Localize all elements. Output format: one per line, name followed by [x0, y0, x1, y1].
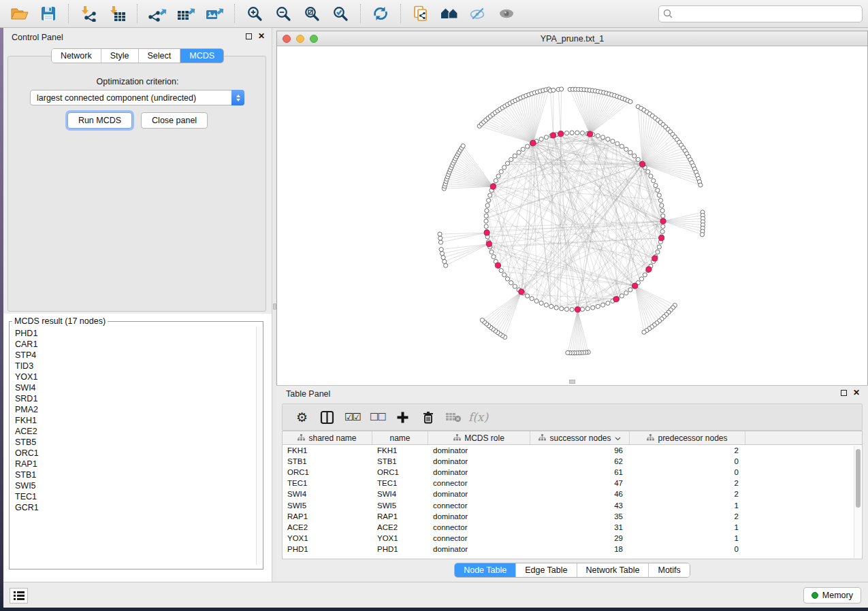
cell-shared-name[interactable]: PHD1 — [283, 545, 372, 553]
sort-chevron-icon[interactable] — [615, 433, 621, 443]
close-panel-icon[interactable]: ✕ — [258, 33, 265, 39]
table-row[interactable]: YOX1YOX1connector291 — [283, 533, 862, 544]
cell-MCDS-role[interactable]: dominator — [428, 490, 530, 498]
cell-name[interactable]: STB1 — [372, 457, 428, 465]
cell-shared-name[interactable]: ORC1 — [283, 468, 372, 476]
cell-name[interactable]: PHD1 — [372, 545, 428, 553]
column-header-name[interactable]: name — [372, 431, 428, 444]
cell-predecessor-nodes[interactable]: 0 — [630, 468, 745, 476]
optimization-criterion-dropdown[interactable]: largest connected component (undirected) — [30, 90, 244, 105]
hide-selected-icon[interactable] — [464, 3, 492, 24]
mcds-result-item[interactable]: TID3 — [15, 361, 256, 371]
search-input[interactable] — [658, 5, 863, 22]
cell-successor-nodes[interactable]: 46 — [530, 490, 630, 498]
cell-shared-name[interactable]: SWI5 — [283, 501, 372, 510]
add-column-icon[interactable] — [390, 407, 415, 427]
network-graph[interactable] — [277, 46, 867, 384]
mcds-result-item[interactable]: SRD1 — [15, 393, 256, 404]
table-row[interactable]: ORC1ORC1dominator610 — [283, 467, 862, 478]
mcds-result-item[interactable]: STP4 — [15, 350, 256, 361]
cell-name[interactable]: SWI5 — [372, 501, 428, 510]
table-row[interactable]: FKH1FKH1dominator962 — [283, 445, 862, 456]
columns-icon[interactable] — [315, 407, 340, 427]
task-history-button[interactable] — [10, 588, 28, 604]
cell-successor-nodes[interactable]: 62 — [530, 457, 630, 465]
cell-MCDS-role[interactable]: dominator — [428, 545, 530, 553]
mcds-result-item[interactable]: PHD1 — [15, 328, 256, 339]
cell-successor-nodes[interactable]: 18 — [530, 545, 630, 553]
delete-column-icon[interactable] — [415, 407, 440, 427]
table-row[interactable]: SWI4SWI4dominator462 — [283, 489, 862, 499]
first-neighbors-icon[interactable] — [435, 3, 464, 24]
cell-predecessor-nodes[interactable]: 2 — [630, 490, 745, 498]
float-table-panel-icon[interactable] — [841, 390, 847, 396]
tab-motifs[interactable]: Motifs — [649, 563, 689, 577]
zoom-selected-icon[interactable] — [326, 3, 355, 24]
cell-MCDS-role[interactable]: dominator — [428, 512, 530, 521]
tab-network[interactable]: Network — [52, 49, 101, 63]
cell-successor-nodes[interactable]: 31 — [530, 523, 630, 531]
copy-network-view-icon[interactable] — [406, 3, 435, 24]
cell-MCDS-role[interactable]: connector — [428, 479, 530, 487]
mcds-result-item[interactable]: RAP1 — [15, 459, 256, 469]
memory-button[interactable]: Memory — [803, 587, 861, 604]
open-file-icon[interactable] — [5, 3, 34, 24]
cell-successor-nodes[interactable]: 96 — [530, 446, 630, 455]
cell-successor-nodes[interactable]: 61 — [530, 468, 630, 476]
column-header-predecessor-nodes[interactable]: predecessor nodes — [630, 431, 745, 444]
cell-MCDS-role[interactable]: connector — [428, 501, 530, 510]
mcds-result-list[interactable]: PHD1CAR1STP4TID3YOX1SWI4SRD1PMA2FKH1ACE2… — [10, 327, 256, 565]
zoom-out-icon[interactable] — [269, 3, 298, 24]
cell-predecessor-nodes[interactable]: 0 — [630, 457, 745, 465]
cell-shared-name[interactable]: ACE2 — [283, 523, 372, 531]
mcds-result-item[interactable]: SWI5 — [15, 480, 256, 491]
table-row[interactable]: STB1STB1dominator620 — [283, 456, 862, 467]
tab-edge-table[interactable]: Edge Table — [516, 563, 577, 577]
mcds-result-item[interactable]: ORC1 — [15, 448, 256, 459]
cell-shared-name[interactable]: FKH1 — [283, 446, 372, 455]
mcds-result-item[interactable]: STB5 — [15, 437, 256, 448]
mcds-result-item[interactable]: TEC1 — [15, 491, 256, 502]
cell-name[interactable]: ORC1 — [372, 468, 428, 476]
tab-network-table[interactable]: Network Table — [577, 563, 649, 577]
cell-MCDS-role[interactable]: connector — [428, 534, 530, 542]
cell-successor-nodes[interactable]: 47 — [530, 479, 630, 487]
deselect-all-icon[interactable]: ☐☐ — [365, 407, 390, 427]
mcds-result-item[interactable]: CAR1 — [15, 339, 256, 350]
cell-name[interactable]: YOX1 — [372, 534, 428, 542]
apply-layout-icon[interactable] — [366, 3, 395, 24]
import-network-icon[interactable] — [74, 3, 103, 24]
float-panel-icon[interactable] — [246, 33, 252, 39]
cell-shared-name[interactable]: STB1 — [283, 457, 372, 465]
cell-shared-name[interactable]: RAP1 — [283, 512, 372, 521]
select-all-icon[interactable]: ☑☑ — [340, 407, 365, 427]
column-header-shared-name[interactable]: shared name — [283, 431, 372, 444]
table-row[interactable]: PHD1PHD1dominator180 — [283, 544, 862, 555]
mcds-result-item[interactable]: STB1 — [15, 469, 256, 480]
cell-predecessor-nodes[interactable]: 1 — [630, 534, 745, 542]
splitter-handle[interactable] — [273, 303, 276, 310]
cell-name[interactable]: FKH1 — [372, 446, 428, 455]
table-scrollbar[interactable] — [854, 446, 861, 558]
cell-name[interactable]: ACE2 — [372, 523, 428, 531]
zoom-in-icon[interactable] — [240, 3, 269, 24]
table-row[interactable]: TEC1TEC1connector472 — [283, 478, 862, 489]
mcds-result-item[interactable]: ACE2 — [15, 426, 256, 437]
cell-name[interactable]: RAP1 — [372, 512, 428, 521]
mcds-result-item[interactable]: PMA2 — [15, 404, 256, 415]
cell-successor-nodes[interactable]: 35 — [530, 512, 630, 521]
mcds-result-item[interactable]: GCR1 — [15, 502, 256, 513]
import-table-icon[interactable] — [103, 3, 131, 24]
close-panel-button[interactable]: Close panel — [141, 112, 208, 129]
cell-predecessor-nodes[interactable]: 2 — [630, 512, 745, 521]
run-mcds-button[interactable]: Run MCDS — [67, 112, 132, 129]
cell-predecessor-nodes[interactable]: 1 — [630, 501, 745, 510]
cell-predecessor-nodes[interactable]: 2 — [630, 446, 745, 455]
cell-MCDS-role[interactable]: dominator — [428, 468, 530, 476]
mcds-result-item[interactable]: FKH1 — [15, 415, 256, 426]
export-table-icon[interactable] — [172, 3, 200, 24]
export-image-icon[interactable] — [200, 3, 229, 24]
settings-icon[interactable]: ⚙ — [289, 407, 315, 427]
cell-shared-name[interactable]: TEC1 — [283, 479, 372, 487]
mcds-result-item[interactable]: YOX1 — [15, 371, 256, 382]
